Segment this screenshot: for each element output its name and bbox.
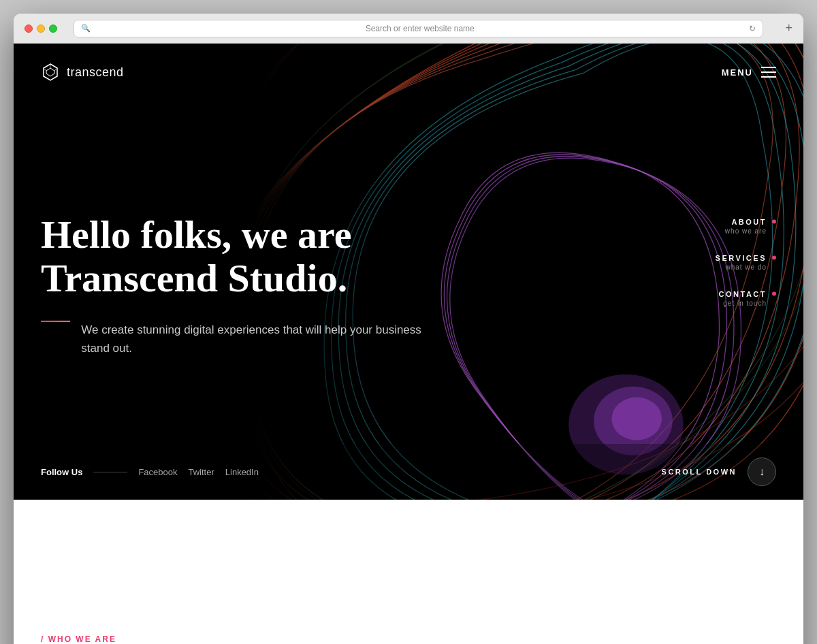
side-nav-item-services[interactable]: SERVICES what we do — [716, 254, 776, 271]
side-nav-dot-services — [772, 256, 776, 260]
hero-description: We create stunning digital experiences t… — [81, 321, 422, 357]
svg-point-2 — [611, 398, 662, 440]
main-nav: transcend MENU — [14, 44, 803, 101]
browser-window: 🔍 Search or enter website name ↻ + — [14, 14, 803, 644]
social-links: Facebook Twitter LinkedIn — [138, 467, 259, 477]
menu-label: MENU — [722, 67, 753, 78]
follow-us-label: Follow Us — [41, 467, 82, 477]
side-nav-item-contact[interactable]: CONTACT get in touch — [716, 290, 776, 307]
hero-content: Hello folks, we are Transcend Studio. We… — [41, 213, 422, 357]
menu-button[interactable]: MENU — [722, 67, 776, 78]
follow-divider — [93, 472, 127, 472]
maximize-button[interactable] — [49, 25, 57, 33]
minimize-button[interactable] — [37, 25, 45, 33]
side-nav-item-about[interactable]: ABOUT who we are — [716, 218, 776, 235]
side-nav-text-services: SERVICES what we do — [716, 254, 767, 271]
logo-text: transcend — [67, 65, 124, 80]
side-nav-text-contact: CONTACT get in touch — [719, 290, 767, 307]
new-tab-button[interactable]: + — [785, 21, 792, 35]
side-nav-sub-about: who we are — [725, 227, 767, 235]
scroll-section: SCROLL DOWN ↓ — [662, 457, 776, 486]
hamburger-icon — [761, 67, 776, 78]
search-icon: 🔍 — [81, 24, 91, 33]
hero-title-line2: Transcend Studio. — [41, 256, 347, 300]
browser-chrome: 🔍 Search or enter website name ↻ + — [14, 14, 803, 44]
social-link-linkedin[interactable]: LinkedIn — [225, 467, 259, 477]
side-nav-sub-services: what we do — [716, 263, 767, 271]
side-nav-dot-about — [772, 220, 776, 224]
traffic-lights — [25, 25, 57, 33]
address-text: Search or enter website name — [95, 24, 745, 33]
reload-icon[interactable]: ↻ — [749, 24, 756, 33]
hero-desc-wrapper: We create stunning digital experiences t… — [41, 321, 422, 357]
social-link-facebook[interactable]: Facebook — [138, 467, 177, 477]
close-button[interactable] — [25, 25, 33, 33]
hero-title-line1: Hello folks, we are — [41, 212, 351, 257]
hero-section: transcend MENU Hello folks, we are Trans… — [14, 44, 803, 500]
side-nav-main-about: ABOUT — [725, 218, 767, 226]
hero-divider — [41, 321, 70, 322]
side-nav-text-about: ABOUT who we are — [725, 218, 767, 235]
logo[interactable]: transcend — [41, 63, 124, 82]
site-content: transcend MENU Hello folks, we are Trans… — [14, 44, 803, 644]
scroll-label: SCROLL DOWN — [662, 468, 737, 476]
social-link-twitter[interactable]: Twitter — [188, 467, 214, 477]
scroll-down-button[interactable]: ↓ — [748, 457, 776, 486]
side-nav-main-services: SERVICES — [716, 254, 767, 262]
logo-icon — [41, 63, 60, 82]
address-bar[interactable]: 🔍 Search or enter website name ↻ — [74, 20, 763, 37]
social-section: Follow Us Facebook Twitter LinkedIn — [41, 467, 259, 477]
white-section: / WHO WE ARE — [14, 500, 803, 644]
side-nav-main-contact: CONTACT — [719, 290, 767, 298]
hero-title: Hello folks, we are Transcend Studio. — [41, 213, 422, 300]
who-we-are-label: / WHO WE ARE — [41, 634, 116, 644]
side-nav-dot-contact — [772, 292, 776, 296]
side-nav: ABOUT who we are SERVICES what we do CON… — [716, 218, 776, 326]
side-nav-sub-contact: get in touch — [719, 300, 767, 307]
hero-bottom-bar: Follow Us Facebook Twitter LinkedIn SCRO… — [14, 444, 803, 500]
